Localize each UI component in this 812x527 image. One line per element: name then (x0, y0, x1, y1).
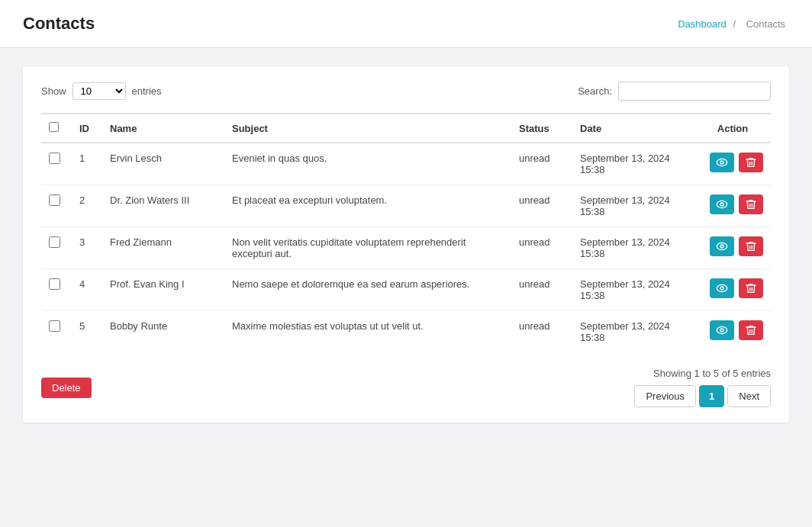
table-row: 2 Dr. Zion Waters III Et placeat ea exce… (41, 185, 771, 227)
header-subject: Subject (224, 114, 511, 143)
contacts-card: Show 10 25 50 100 entries Search: (23, 66, 789, 423)
row-subject: Nemo saepe et doloremque ea sed earum as… (224, 269, 511, 311)
breadcrumb-separator: / (733, 18, 736, 30)
svg-point-6 (717, 284, 727, 291)
view-button-1[interactable] (710, 194, 734, 214)
table-row: 4 Prof. Evan King I Nemo saepe et dolore… (41, 269, 771, 311)
header-action: Action (694, 114, 771, 143)
show-label: Show (41, 85, 66, 97)
page-header: Contacts Dashboard / Contacts (0, 0, 812, 48)
row-checkbox-cell (41, 311, 72, 353)
row-name: Prof. Evan King I (102, 269, 224, 311)
row-checkbox-cell (41, 269, 72, 311)
delete-button-4[interactable] (739, 320, 763, 340)
row-checkbox-0[interactable] (49, 153, 60, 164)
table-row: 3 Fred Ziemann Non velit veritatis cupid… (41, 227, 771, 269)
row-id: 1 (72, 143, 102, 185)
svg-point-8 (717, 326, 727, 333)
svg-point-9 (720, 329, 723, 332)
trash-icon (745, 198, 757, 210)
search-box: Search: (578, 82, 771, 101)
footer-left: Delete (41, 378, 92, 398)
svg-point-5 (720, 245, 723, 248)
entries-select[interactable]: 10 25 50 100 (72, 82, 126, 100)
breadcrumb-current: Contacts (746, 18, 785, 30)
table-header-row: ID Name Subject Status Date Action (41, 114, 771, 143)
select-all-checkbox[interactable] (49, 122, 59, 132)
show-entries-control: Show 10 25 50 100 entries (41, 82, 162, 100)
row-checkbox-3[interactable] (49, 278, 60, 290)
bulk-delete-button[interactable]: Delete (41, 378, 92, 398)
row-id: 5 (72, 311, 102, 353)
table-footer: Delete Showing 1 to 5 of 5 entries Previ… (41, 368, 771, 407)
row-status: unread (511, 227, 572, 269)
pagination: Previous 1 Next (634, 385, 771, 407)
header-id: ID (72, 114, 102, 143)
table-body: 1 Ervin Lesch Eveniet in quas quos. unre… (41, 143, 771, 352)
row-date: September 13, 2024 15:38 (572, 269, 694, 311)
search-label: Search: (578, 85, 612, 97)
row-status: unread (511, 269, 572, 311)
row-subject: Et placeat ea excepturi voluptatem. (224, 185, 511, 227)
eye-icon (716, 240, 728, 252)
delete-button-0[interactable] (739, 153, 763, 172)
row-action (694, 227, 771, 269)
row-subject: Maxime molestias est voluptas ut ut veli… (224, 311, 511, 353)
header-name: Name (102, 114, 224, 143)
next-button[interactable]: Next (727, 385, 771, 407)
previous-button[interactable]: Previous (634, 385, 696, 407)
svg-point-3 (720, 203, 723, 206)
search-input[interactable] (618, 82, 771, 101)
row-id: 4 (72, 269, 102, 311)
trash-icon (745, 240, 757, 252)
current-page-number: 1 (699, 385, 724, 407)
svg-point-2 (717, 201, 727, 207)
trash-icon (745, 324, 757, 336)
header-status: Status (511, 114, 572, 143)
delete-button-3[interactable] (739, 278, 763, 298)
breadcrumb: Dashboard / Contacts (678, 18, 789, 30)
header-checkbox-cell (41, 114, 72, 143)
row-checkbox-2[interactable] (49, 236, 60, 248)
row-date: September 13, 2024 15:38 (572, 311, 694, 353)
contacts-table: ID Name Subject Status Date Action 1 Erv… (41, 113, 771, 352)
page-title: Contacts (23, 14, 95, 34)
showing-text: Showing 1 to 5 of 5 entries (653, 368, 771, 379)
view-button-3[interactable] (710, 278, 734, 298)
table-row: 5 Bobby Runte Maxime molestias est volup… (41, 311, 771, 353)
row-checkbox-cell (41, 227, 72, 269)
row-checkbox-4[interactable] (49, 320, 60, 332)
row-checkbox-cell (41, 185, 72, 227)
row-checkbox-1[interactable] (49, 194, 60, 206)
eye-icon (716, 324, 728, 336)
row-action (694, 143, 771, 185)
eye-icon (716, 282, 728, 294)
row-name: Bobby Runte (102, 311, 224, 353)
view-button-0[interactable] (710, 153, 734, 172)
row-name: Dr. Zion Waters III (102, 185, 224, 227)
breadcrumb-dashboard-link[interactable]: Dashboard (678, 18, 727, 30)
main-content: Show 10 25 50 100 entries Search: (0, 48, 812, 441)
row-name: Ervin Lesch (102, 143, 224, 185)
trash-icon (745, 156, 757, 169)
delete-button-1[interactable] (739, 194, 763, 214)
view-button-4[interactable] (710, 320, 734, 340)
eye-icon (716, 198, 728, 210)
svg-point-7 (720, 287, 723, 290)
svg-point-4 (717, 243, 727, 249)
row-action (694, 185, 771, 227)
row-status: unread (511, 185, 572, 227)
row-action (694, 311, 771, 353)
row-id: 3 (72, 227, 102, 269)
view-button-2[interactable] (710, 236, 734, 256)
delete-button-2[interactable] (739, 236, 763, 256)
row-name: Fred Ziemann (102, 227, 224, 269)
row-date: September 13, 2024 15:38 (572, 185, 694, 227)
svg-point-1 (720, 161, 723, 164)
svg-point-0 (717, 159, 727, 165)
row-subject: Non velit veritatis cupiditate voluptate… (224, 227, 511, 269)
table-controls: Show 10 25 50 100 entries Search: (41, 82, 771, 101)
row-action (694, 269, 771, 311)
row-status: unread (511, 143, 572, 185)
row-id: 2 (72, 185, 102, 227)
